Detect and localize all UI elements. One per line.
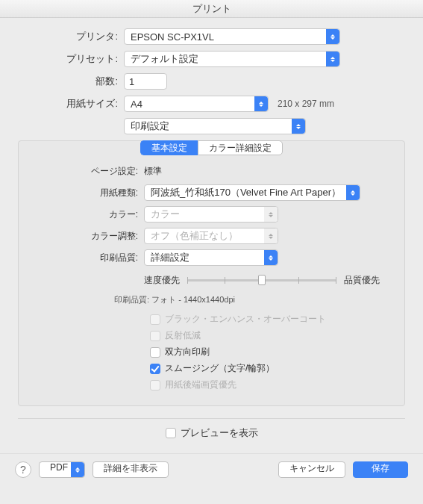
option-checkbox: [150, 314, 160, 325]
copies-label: 部数:: [18, 75, 124, 88]
color-adjust-value: オフ（色補正なし）: [151, 229, 238, 243]
slider-thumb[interactable]: [258, 275, 266, 285]
option-label: スムージング（文字/輪郭）: [165, 362, 275, 375]
option-label: 反射低減: [165, 329, 201, 342]
checkbox-row: 反射低減: [22, 329, 389, 342]
printer-label: プリンタ:: [18, 30, 124, 43]
preset-select[interactable]: デフォルト設定: [124, 51, 340, 67]
cancel-button[interactable]: キャンセル: [278, 461, 345, 478]
window-title: プリント: [0, 0, 423, 18]
print-quality-select[interactable]: 詳細設定: [144, 249, 278, 266]
checkbox-row: ブラック・エンハンス・オーバーコート: [22, 313, 389, 326]
dropdown-caret-icon: [326, 52, 339, 66]
preset-select-value: デフォルト設定: [131, 52, 198, 66]
section-select[interactable]: 印刷設定: [124, 118, 306, 134]
checkbox-row: 双方向印刷: [22, 346, 389, 358]
details-toggle-button[interactable]: 詳細を非表示: [93, 461, 169, 478]
page-setting-value: 標準: [144, 165, 162, 178]
paper-size-select[interactable]: A4: [124, 96, 269, 112]
save-button[interactable]: 保存: [353, 461, 408, 478]
slider-left-label: 速度優先: [144, 274, 180, 287]
option-label: 用紙後端画質優先: [165, 379, 236, 391]
option-checkbox: [150, 380, 160, 391]
paper-dimensions: 210 x 297 mm: [278, 99, 334, 109]
page-setting-label: ページ設定:: [22, 165, 144, 178]
dropdown-caret-icon: [264, 207, 278, 222]
paper-size-value: A4: [131, 99, 142, 110]
tab-color-detail[interactable]: カラー詳細設定: [198, 140, 283, 155]
help-button[interactable]: ?: [15, 461, 31, 478]
pdf-menu-button[interactable]: PDF: [39, 461, 85, 478]
print-settings-panel: 基本設定 カラー詳細設定 ページ設定: 標準 用紙種類: 阿波紙_竹和紙170（…: [18, 140, 405, 406]
dropdown-caret-icon: [326, 29, 339, 44]
media-type-select[interactable]: 阿波紙_竹和紙170（Velvet Fine Art Paper）: [144, 184, 360, 201]
quality-note: 印刷品質: フォト - 1440x1440dpi: [114, 294, 389, 305]
color-select: カラー: [144, 206, 278, 223]
checkbox-row: スムージング（文字/輪郭）: [22, 362, 389, 375]
paper-size-label: 用紙サイズ:: [18, 97, 124, 111]
tab-basic[interactable]: 基本設定: [140, 140, 198, 155]
option-label: ブラック・エンハンス・オーバーコート: [165, 313, 326, 326]
media-type-value: 阿波紙_竹和紙170（Velvet Fine Art Paper）: [151, 186, 341, 199]
printer-select[interactable]: EPSON SC-PX1VL: [124, 28, 340, 45]
media-type-label: 用紙種類:: [22, 187, 144, 199]
dropdown-caret-icon: [264, 228, 278, 243]
dropdown-caret-icon: [346, 185, 360, 200]
section-select-value: 印刷設定: [131, 119, 169, 133]
dropdown-caret-icon: [254, 96, 268, 111]
pdf-menu-label: PDF: [50, 462, 68, 473]
color-adjust-label: カラー調整:: [22, 230, 144, 243]
slider-right-label: 品質優先: [344, 274, 380, 287]
printer-select-value: EPSON SC-PX1VL: [131, 31, 214, 43]
option-label: 双方向印刷: [165, 346, 210, 358]
dropdown-caret-icon: [264, 250, 278, 265]
checkbox-row: 用紙後端画質優先: [22, 379, 389, 391]
print-quality-value: 詳細設定: [151, 251, 189, 264]
dropdown-caret-icon: [71, 462, 84, 477]
print-quality-label: 印刷品質:: [22, 252, 144, 264]
divider: [18, 418, 405, 419]
option-checkbox: [150, 331, 160, 341]
option-checkbox[interactable]: [150, 347, 160, 358]
color-value: カラー: [151, 208, 180, 221]
show-preview-checkbox[interactable]: [166, 428, 176, 438]
color-adjust-select: オフ（色補正なし）: [144, 228, 278, 244]
color-label: カラー:: [22, 208, 144, 221]
preset-label: プリセット:: [18, 52, 124, 66]
option-checkbox[interactable]: [150, 364, 160, 374]
copies-input[interactable]: [124, 73, 167, 90]
show-preview-label: プレビューを表示: [181, 426, 258, 440]
quality-slider[interactable]: [187, 273, 336, 287]
dropdown-caret-icon: [292, 119, 305, 134]
